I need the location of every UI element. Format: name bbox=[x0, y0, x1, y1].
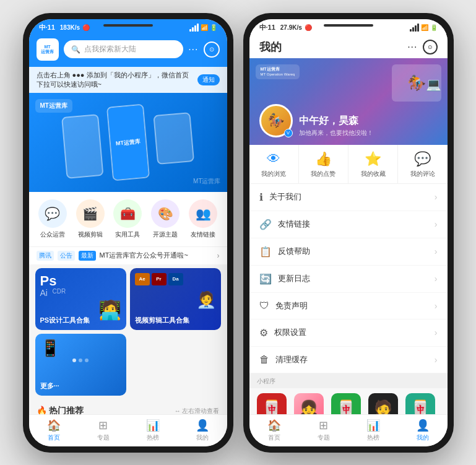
search-input[interactable]: 🔍 点我探索新大陆 bbox=[64, 40, 184, 58]
nav-phome-label: 首页 bbox=[268, 433, 280, 442]
nav-shiyonggongju[interactable]: 🧰 实用工具 bbox=[113, 199, 142, 239]
hot-title: 🔥 热门推荐 bbox=[37, 406, 84, 414]
card-more[interactable]: 📱 更多··· bbox=[35, 334, 126, 396]
nav-home-topics[interactable]: ⊞ 专题 bbox=[79, 419, 128, 442]
menu-permissions[interactable]: ⚙ 权限设置 › bbox=[249, 319, 448, 347]
ptopics-icon: ⊞ bbox=[319, 419, 328, 432]
banner-laptop: 💻 bbox=[426, 77, 441, 92]
hot-hint: ↔ 左右滑动查看 bbox=[175, 407, 220, 414]
phone-home: 中·11 183K/s 🔴 📶 🔋 bbox=[23, 13, 233, 453]
time-profile: 中·11 bbox=[259, 23, 275, 32]
card-video-label: 视频剪辑工具合集 bbox=[135, 316, 216, 325]
links-arrow: › bbox=[435, 219, 438, 229]
screen-home: 中·11 183K/s 🔴 📶 🔋 bbox=[29, 19, 227, 446]
main-scroll[interactable]: MT运营库 MT运营库 MT运营库 💬 公众运营 🎬 bbox=[29, 93, 227, 414]
cards-grid: Ps Ai CDR 🧑‍💻 PS设计工具合集 Ae Pr Da 🧑‍💼 bbox=[29, 264, 227, 399]
shiyong-label: 实用工具 bbox=[115, 230, 140, 239]
my-title: 我的 bbox=[259, 40, 282, 54]
menu-feedback[interactable]: 📋 反馈帮助 › bbox=[249, 238, 448, 266]
pbar2 bbox=[412, 27, 414, 32]
mini-apps-section: 小程序 🀄 花椒权逃生 👧 谁是首富 🀄 顺顺麻将 bbox=[249, 373, 448, 414]
menu-clearcache[interactable]: 🗑 清理缓存 › bbox=[249, 347, 448, 373]
status-right-p: 📶 🔋 bbox=[410, 24, 438, 32]
disclaimer-text: 免责声明 bbox=[275, 300, 435, 311]
comment-label: 我的评论 bbox=[410, 170, 435, 178]
more-dots-profile[interactable]: ··· bbox=[407, 41, 417, 53]
collect-icon: ⭐ bbox=[365, 151, 381, 167]
card-video[interactable]: Ae Pr Da 🧑‍💼 视频剪辑工具合集 bbox=[130, 268, 221, 330]
my-header: 我的 ··· ⊙ bbox=[249, 35, 448, 58]
search-placeholder: 点我探索新大陆 bbox=[84, 44, 136, 54]
nav-profile-home[interactable]: 🏠 首页 bbox=[249, 419, 299, 442]
pmine-icon: 👤 bbox=[416, 419, 430, 432]
profile-scroll[interactable]: ℹ 关于我们 › 🔗 友情链接 › 📋 反馈帮助 › bbox=[249, 184, 448, 414]
pbar1 bbox=[410, 29, 412, 32]
youqing-icon: 👥 bbox=[189, 199, 217, 228]
notice-button[interactable]: 通知 bbox=[197, 74, 220, 85]
bottom-nav-home: 🏠 首页 ⊞ 专题 📊 热榜 👤 我的 bbox=[29, 414, 227, 446]
mini-app-majiang[interactable]: 🀄 顺顺麻将 bbox=[330, 393, 362, 414]
zhuan-icon: 🧑 bbox=[368, 393, 398, 414]
nav-profile-hot[interactable]: 📊 热榜 bbox=[348, 419, 398, 442]
nav-youqinglianjie[interactable]: 👥 友情链接 bbox=[189, 199, 217, 239]
mini-app-huajiao[interactable]: 🀄 花椒权逃生 bbox=[256, 393, 288, 414]
stat-collect[interactable]: ⭐ 我的收藏 bbox=[348, 145, 397, 183]
nav-gongyun[interactable]: 💬 公众运营 bbox=[38, 199, 67, 239]
nav-kaiyuanzhuti[interactable]: 🎨 开源主题 bbox=[151, 199, 180, 239]
phot-icon: 📊 bbox=[366, 419, 380, 432]
topics-icon: ⊞ bbox=[98, 419, 108, 432]
mini-app-jielong[interactable]: 🀄 接龙比赛 bbox=[404, 393, 436, 414]
record-icon: 🔴 bbox=[82, 24, 90, 31]
stat-browse[interactable]: 👁 我的浏览 bbox=[249, 145, 298, 183]
nav-home-home[interactable]: 🏠 首页 bbox=[29, 419, 79, 442]
wifi-icon-p: 📶 bbox=[421, 24, 428, 31]
ann-text: MT运营库官方公众号开通啦~ bbox=[100, 251, 214, 260]
stat-comment[interactable]: 💬 我的评论 bbox=[397, 145, 447, 183]
announcement-bar[interactable]: 腾讯 公告 最新 MT运营库官方公众号开通啦~ › bbox=[29, 246, 227, 264]
changelog-text: 更新日志 bbox=[278, 273, 435, 284]
icon-grid: 💬 公众运营 🎬 视频剪辑 🧰 实用工具 🎨 开源主题 bbox=[29, 192, 227, 246]
about-icon: ℹ bbox=[259, 191, 263, 203]
huajiao-icon: 🀄 bbox=[257, 393, 287, 414]
nav-home-hot[interactable]: 📊 热榜 bbox=[128, 419, 178, 442]
stats-row: 👁 我的浏览 👍 我的点赞 ⭐ 我的收藏 💬 我的评论 bbox=[249, 145, 448, 184]
status-left-p: 中·11 27.9K/s 🔴 bbox=[259, 23, 312, 32]
nav-profile-topics[interactable]: ⊞ 专题 bbox=[299, 419, 348, 442]
home-icon: 🏠 bbox=[47, 419, 61, 432]
bar3 bbox=[194, 25, 196, 32]
card-more-label: 更多··· bbox=[40, 381, 121, 391]
card-ps[interactable]: Ps Ai CDR 🧑‍💻 PS设计工具合集 bbox=[35, 268, 126, 330]
hero-banner: MT运营库 MT运营库 MT运营库 bbox=[29, 93, 227, 192]
nav-home-mine[interactable]: 👤 我的 bbox=[178, 419, 227, 442]
signal-bars-p bbox=[410, 24, 419, 32]
pbar4 bbox=[417, 24, 419, 32]
permissions-text: 权限设置 bbox=[274, 327, 435, 338]
ps-icon: Ps bbox=[40, 273, 57, 289]
nav-ptopics-label: 专题 bbox=[318, 433, 330, 442]
more-dots bbox=[72, 359, 89, 362]
target-icon[interactable]: ⊙ bbox=[204, 41, 220, 58]
menu-disclaimer[interactable]: 🛡 免责声明 › bbox=[249, 293, 448, 319]
more-icon[interactable]: ··· bbox=[188, 44, 198, 55]
nav-profile-mine[interactable]: 👤 我的 bbox=[398, 419, 448, 442]
disclaimer-arrow: › bbox=[435, 301, 438, 311]
ann-arrow: › bbox=[217, 251, 220, 260]
menu-links[interactable]: 🔗 友情链接 › bbox=[249, 211, 448, 238]
nav-phot-label: 热榜 bbox=[367, 433, 379, 442]
mini-app-zhuan[interactable]: 🧑 无限转职 bbox=[367, 393, 399, 414]
mini-app-shoufeng[interactable]: 👧 谁是首富 bbox=[293, 393, 325, 414]
target-icon-profile[interactable]: ⊙ bbox=[423, 40, 438, 54]
notice-bar: 点击右上角 ●●● 添加到「我的小程序」，微信首页下拉可以快速访问哦~ 通知 bbox=[29, 67, 227, 93]
stat-like[interactable]: 👍 我的点赞 bbox=[298, 145, 348, 183]
menu-about[interactable]: ℹ 关于我们 › bbox=[249, 184, 448, 211]
kaiyuan-icon: 🎨 bbox=[151, 199, 180, 228]
bar2 bbox=[192, 27, 194, 32]
phome-icon: 🏠 bbox=[267, 419, 281, 432]
like-label: 我的点赞 bbox=[311, 170, 335, 178]
changelog-icon: 🔄 bbox=[259, 273, 272, 285]
clearcache-icon: 🗑 bbox=[259, 354, 269, 365]
nav-shipinjianji[interactable]: 🎬 视频剪辑 bbox=[76, 199, 105, 239]
menu-changelog[interactable]: 🔄 更新日志 › bbox=[249, 266, 448, 293]
phone-mockup-3 bbox=[153, 112, 194, 165]
profile-info: 🏇 V 中午好，昊森 加他再来，也要找他没啦！ bbox=[259, 104, 373, 137]
